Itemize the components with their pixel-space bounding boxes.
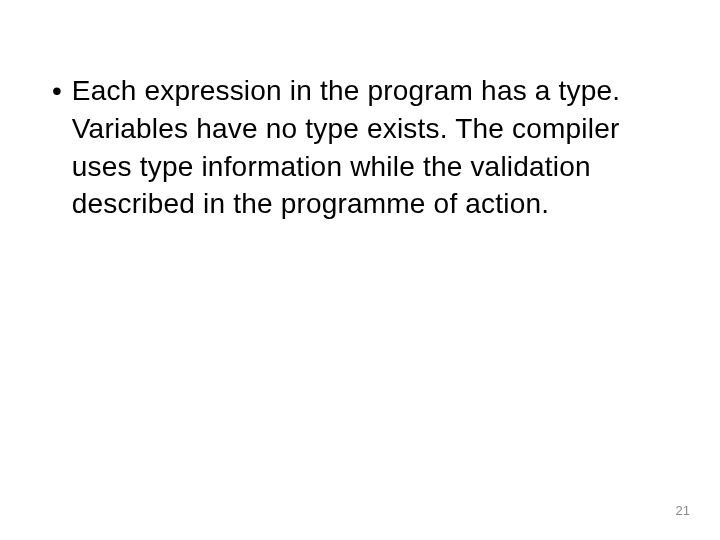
page-number: 21	[676, 503, 690, 518]
bullet-marker: •	[52, 72, 62, 110]
bullet-text: Each expression in the program has a typ…	[72, 72, 668, 223]
slide-content: • Each expression in the program has a t…	[0, 0, 720, 223]
bullet-item: • Each expression in the program has a t…	[52, 72, 668, 223]
